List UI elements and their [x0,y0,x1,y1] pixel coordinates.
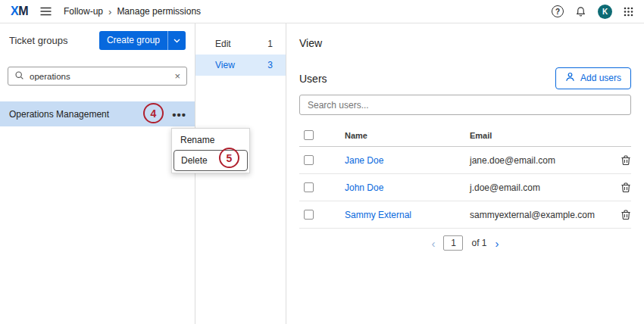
select-all-checkbox[interactable] [304,130,314,140]
topbar-actions: ? K [552,5,633,19]
breadcrumb-manage-permissions[interactable]: Manage permissions [117,6,201,17]
add-user-person-icon [565,72,575,84]
create-group-button[interactable]: Create group [99,31,186,50]
create-group-label[interactable]: Create group [99,31,167,50]
clear-search-icon[interactable]: × [174,71,180,81]
current-page-input[interactable]: 1 [443,235,463,251]
users-table-header: Name Email [299,124,631,147]
table-row: Jane Doe jane.doe@email.com [299,147,631,174]
group-more-options-icon[interactable]: ••• [172,107,186,120]
trash-icon[interactable] [621,182,631,193]
breadcrumb: Follow-up › Manage permissions [64,6,201,17]
user-name-link[interactable]: Sammy External [345,210,411,220]
row-checkbox[interactable] [304,210,314,220]
users-section-title: Users [299,73,327,85]
permission-item-view[interactable]: View 3 [195,55,286,76]
row-checkbox[interactable] [304,155,314,165]
permission-view-count: 3 [267,60,273,70]
permission-edit-count: 1 [267,39,273,49]
notifications-bell-icon[interactable] [575,6,586,17]
ticket-groups-panel: Ticket groups Create group × Operations … [0,23,195,324]
annotation-step-4: 4 [143,103,164,123]
group-search-box: × [8,67,187,86]
group-search-input[interactable] [30,72,169,81]
user-name-link[interactable]: John Doe [345,182,383,193]
user-email: jane.doe@email.com [470,155,608,166]
breadcrumb-separator: › [108,6,111,17]
email-column-header: Email [470,131,608,140]
view-permissions-panel: View Users Add users Name Email [286,23,644,324]
page-title: View [299,37,631,49]
group-context-menu: Rename Delete [171,128,250,173]
name-column-header: Name [345,131,470,140]
hamburger-menu-icon[interactable] [40,7,52,16]
user-email: j.doe@email.com [470,182,608,193]
permission-item-edit[interactable]: Edit 1 [195,33,286,55]
help-icon[interactable]: ? [552,5,564,17]
group-row-operations-management[interactable]: Operations Management ••• [0,101,195,126]
table-row: John Doe j.doe@email.com [299,174,631,201]
menu-item-rename[interactable]: Rename [174,130,248,150]
breadcrumb-followup[interactable]: Follow-up [64,6,103,17]
page-count-label: of 1 [471,238,486,248]
table-row: Sammy External sammyexternal@example.com [299,201,631,229]
permission-view-label: View [215,60,235,70]
ticket-groups-title: Ticket groups [9,31,68,46]
permission-type-panel: Edit 1 View 3 [195,23,286,324]
user-email: sammyexternal@example.com [470,210,608,220]
app-window: XM Follow-up › Manage permissions ? K [0,0,644,324]
previous-page-chevron-icon[interactable]: ‹ [431,237,435,250]
users-search-input[interactable] [299,95,631,115]
user-avatar[interactable]: K [598,5,612,19]
next-page-chevron-icon[interactable]: › [496,237,499,250]
trash-icon[interactable] [621,209,631,220]
add-users-label: Add users [580,73,621,83]
users-table: Name Email Jane Doe jane.doe@email.com J… [299,124,631,229]
pagination: ‹ 1 of 1 › [299,235,631,251]
top-bar: XM Follow-up › Manage permissions ? K [0,0,644,23]
trash-icon[interactable] [621,154,631,166]
search-icon [14,70,24,83]
user-name-link[interactable]: Jane Doe [345,155,383,166]
annotation-step-5: 5 [219,148,239,168]
apps-grid-icon[interactable] [624,7,633,17]
group-name: Operations Management [9,109,109,120]
xm-logo: XM [11,5,28,18]
row-checkbox[interactable] [304,182,314,192]
create-group-dropdown-chevron-icon[interactable] [167,31,186,50]
add-users-button[interactable]: Add users [555,67,631,89]
permission-edit-label: Edit [215,39,231,49]
